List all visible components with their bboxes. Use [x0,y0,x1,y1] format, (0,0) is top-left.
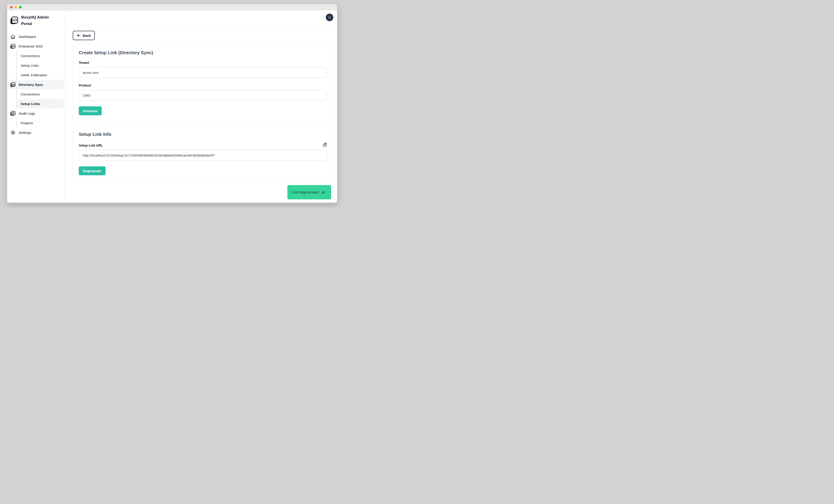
sidebar-item-label: Connections [21,54,40,58]
arrow-left-icon [77,33,81,38]
sidebar-item-label: Enterprise SSO [19,44,43,48]
avatar[interactable]: U [326,14,333,21]
directory-folder-badge-icon [10,82,16,88]
card-title: Setup Link Info [79,132,327,137]
sidebar-item-dsync-connections[interactable]: Connections [18,89,64,99]
sidebar-item-settings[interactable]: Settings [8,128,64,137]
sidebar-item-label: Setup Links [21,64,39,68]
sidebar-subnav-enterprise-sso: Connections Setup Links SAML Federation [16,51,64,80]
main-area: U Back Create Setup Link (Directory Syn [65,10,337,203]
sso-cloud-badge-icon [10,44,16,49]
gear-icon [10,130,16,135]
create-setup-link-card: Create Setup Link (Directory Sync) Tenan… [73,44,333,121]
setup-link-url-label: Setup Link URL [79,144,103,147]
generate-button[interactable]: Generate [79,106,102,115]
window-titlebar [7,4,337,10]
sidebar-item-dashboard[interactable]: Dashboard [8,32,64,42]
toast-notification: Link Regenerated X [287,185,331,199]
toast-close-button[interactable]: X [322,190,324,194]
sidebar-item-label: Dashboard [19,35,36,39]
sidebar-item-label: Connections [21,92,40,96]
page-content: Back Create Setup Link (Directory Sync) … [65,25,337,203]
card-title: Create Setup Link (Directory Sync) [79,50,327,55]
product-label: Product [79,84,327,87]
sidebar-item-dsync-setup-links[interactable]: Setup Links [18,99,64,109]
audit-clipboard-badge-icon [10,111,16,116]
tenant-label: Tenant [79,61,327,65]
regenerate-button[interactable]: Regenerate [79,166,106,175]
top-header: U [65,10,337,25]
close-window-icon[interactable] [10,6,13,8]
brand: BoxyHQ Admin Portal [8,14,64,27]
sidebar-subnav-audit-logs: Projects [16,118,64,128]
sidebar-item-label: Directory Sync [19,83,43,87]
sidebar: BoxyHQ Admin Portal Dashboard [7,10,65,203]
sidebar-item-enterprise-sso[interactable]: Enterprise SSO [8,42,64,51]
sidebar-item-sso-setup-links[interactable]: Setup Links [18,61,64,70]
app-window: BoxyHQ Admin Portal Dashboard [7,4,337,203]
home-icon [10,34,16,40]
sidebar-item-saml-federation[interactable]: SAML Federation [18,70,64,80]
back-button-label: Back [83,34,91,38]
sidebar-item-projects[interactable]: Projects [18,118,64,128]
sidebar-item-label: Setup Links [21,102,40,106]
zoom-window-icon[interactable] [19,6,22,8]
sidebar-item-label: Projects [21,121,33,125]
sidebar-subnav-directory-sync: Connections Setup Links [16,89,64,109]
minimize-window-icon[interactable] [15,6,17,8]
product-input[interactable] [79,90,327,101]
code-badge-icon [9,16,19,25]
sidebar-item-directory-sync[interactable]: Directory Sync [8,80,64,89]
desktop-background: BoxyHQ Admin Portal Dashboard [0,0,344,208]
sidebar-item-sso-connections[interactable]: Connections [18,51,64,61]
setup-link-info-card: Setup Link Info Setup Link URL [73,126,333,181]
sidebar-item-audit-logs[interactable]: Audit Logs [8,109,64,118]
brand-title: BoxyHQ Admin Portal [21,14,54,27]
clipboard-copy-icon[interactable] [323,142,327,147]
back-button[interactable]: Back [73,31,95,40]
tenant-input[interactable] [79,67,327,78]
setup-link-url-input[interactable] [79,150,327,161]
toast-message: Link Regenerated [291,190,319,194]
sidebar-item-label: SAML Federation [21,73,47,77]
sidebar-item-label: Settings [19,131,31,135]
sidebar-item-label: Audit Logs [19,112,35,116]
